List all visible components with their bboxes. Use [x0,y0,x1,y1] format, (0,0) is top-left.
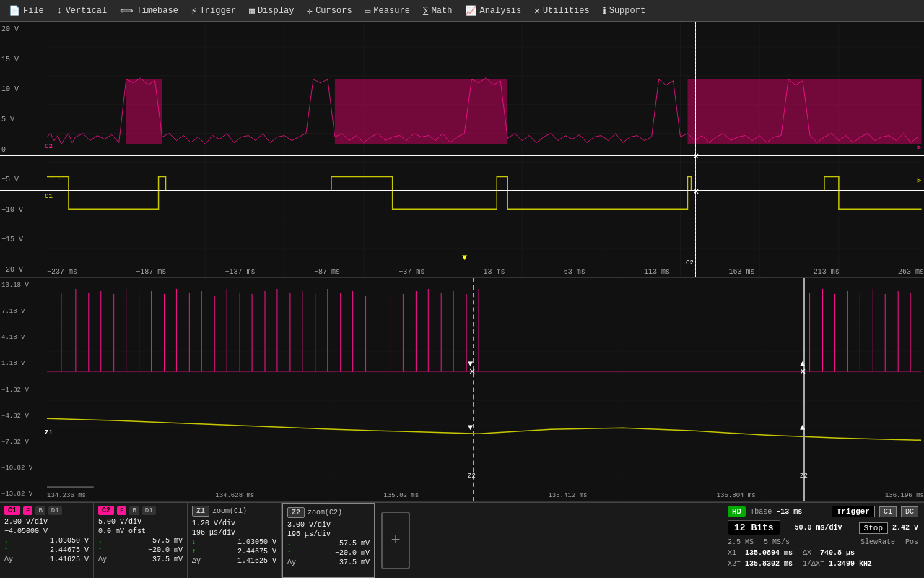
z1-down-val: 1.03050 V [233,538,276,546]
menu-utilities[interactable]: ✕ Utilities [528,4,596,18]
z2-up-val: −20.0 mV [326,549,370,557]
c2-down-val: −57.5 mV [139,537,183,545]
z1-delta-val: 1.41625 V [233,557,276,565]
c1-vdiv-row: 2.00 V/div [4,518,89,526]
c2-offset-val: 0.0 mV ofst [98,527,146,535]
by-label-neg10v82: −10.82 V [1,465,32,472]
c2-left-marker: C2 [45,143,53,150]
z1-marker: Z1 [45,429,53,436]
c1-badge[interactable]: C1 [4,506,20,515]
c2-down-row: ↓ −57.5 mV [98,537,183,545]
y-label-neg15v: −15 V [1,236,23,243]
by-label-7v18: 7.18 V [1,308,32,315]
menu-cursors[interactable]: ✛ Cursors [301,4,357,18]
c2-delta-val: 37.5 mV [139,556,183,564]
menu-utilities-label: Utilities [543,6,590,16]
z1-up-val: 2.44675 V [233,548,276,556]
menu-measure-label: Measure [373,6,409,16]
by-label-4v18: 4.18 V [1,334,32,341]
bottom-zoom-panel: 10.18 V 7.18 V 4.18 V 1.18 V −1.82 V −4.… [0,278,924,502]
measurements-bar: C1 F B D1 2.00 V/div −4.05000 V ↓ 1.0305… [0,502,924,578]
cursor-arrow-up-right: ▲ [800,359,805,369]
z1-badge[interactable]: Z1 [192,506,209,517]
cursor-arrow-down-left2: ▼ [468,423,473,433]
cursor-arrow-up-right2: ▲ [800,423,805,433]
z1-vdiv-val: 1.20 V/div [192,519,235,527]
c2-up-row: ↑ −20.0 mV [98,546,183,554]
z2-delta-val: 37.5 mV [326,558,370,566]
c2-delta-label: Δy [98,556,107,564]
c1-delta-val: 1.41625 V [45,556,89,564]
z2-up-arrow: ↑ [287,549,292,557]
tbase-val: −13 ms [776,508,802,516]
add-measurement-button[interactable]: + [381,512,410,569]
top-waveform-panel: 20 V 15 V 10 V 5 V 0 −5 V −10 V −15 V −2… [0,22,924,278]
c2-badge[interactable]: C2 [98,506,114,515]
top-y-axis: 20 V 15 V 10 V 5 V 0 −5 V −10 V −15 V −2… [1,22,23,277]
z2-delta-label: Δy [287,558,296,566]
z1-down-arrow: ↓ [192,538,196,546]
x1-label: X1= [728,549,741,557]
meas-c1-header: C1 F B D1 [4,506,89,515]
cursors-icon: ✛ [307,5,313,17]
meas-c2-section: C2 F B D1 5.00 V/div 0.0 mV ofst ↓ −57.5… [94,503,188,578]
c1-delta-label: Δy [4,556,13,564]
y-label-20v: 20 V [1,25,23,33]
menu-measure[interactable]: ▭ Measure [359,4,416,18]
y-label-neg10v: −10 V [1,206,23,214]
menu-support[interactable]: ℹ Support [597,4,651,18]
info-row-3: 2.5 MS 5 MS/s SlewRate Pos [728,538,918,546]
z2-down-val: −57.5 mV [326,540,370,548]
c1-up-val: 2.44675 V [45,546,89,554]
right-info-panel: HD Tbase −13 ms Trigger C1 DC 12 Bits 50… [722,503,924,578]
menu-display[interactable]: ▦ Display [243,4,300,18]
z1-up-row: ↑ 2.44675 V [192,548,276,556]
z2-sublabel: zoom(C2) [308,509,342,517]
menu-timebase-label: Timebase [136,6,178,16]
dx-label: ΔX= [803,549,816,557]
menu-analysis-label: Analysis [479,6,521,16]
meas-z2-section: Z2 zoom(C2) 3.00 V/div 196 μs/div ↓ −57.… [282,503,375,578]
c1-b-badge: B [35,506,45,515]
top-waveform-svg [47,22,922,277]
c2-up-arrow: ↑ [98,546,103,554]
by-label-1v18: 1.18 V [1,360,32,367]
bottom-y-axis: 10.18 V 7.18 V 4.18 V 1.18 V −1.82 V −4.… [1,278,32,501]
bottom-waveform-svg [47,278,921,501]
inv-dx-label: 1/ΔX= [803,560,824,568]
timebase-icon: ⟺ [120,5,134,17]
ms-label: 2.5 MS [728,538,754,546]
by-label-neg7v82: −7.82 V [1,439,32,446]
menu-file[interactable]: 📄 File [3,4,50,18]
y-label-10v: 10 V [1,85,23,93]
c1-right-marker: ⊳ [917,176,921,185]
c1-down-val: 1.03050 V [45,537,89,545]
z2-bottom-left: Z2 [468,473,476,480]
c1-d1-badge: D1 [48,506,62,515]
menu-analysis[interactable]: 📈 Analysis [459,4,527,18]
measure-icon: ▭ [365,5,371,17]
y-label-0: 0 [1,146,23,154]
x2-label: X2= [728,560,741,568]
menu-math[interactable]: ∑ Math [417,4,458,17]
c2-vdiv-row: 5.00 V/div [98,518,183,526]
z1-sublabel: zoom(C1) [212,507,247,515]
inv-dx-val: 1.3499 kHz [829,560,872,568]
stop-badge: Stop [859,522,888,534]
menu-vertical[interactable]: ↕ Vertical [51,4,113,17]
z2-badge[interactable]: Z2 [287,507,305,518]
z1-delta-row: Δy 1.41625 V [192,557,276,565]
file-icon: 📄 [9,5,20,17]
z2-down-row: ↓ −57.5 mV [287,540,370,548]
menu-trigger[interactable]: ⚡ Trigger [186,4,242,18]
trigger-icon: ⚡ [191,5,197,17]
info-row-5: X2= 135.8302 ms 1/ΔX= 1.3499 kHz [728,560,918,568]
y-label-neg5v: −5 V [1,176,23,184]
c1-down-arrow: ↓ [4,537,9,545]
z1-tdiv-val: 196 μs/div [192,529,235,537]
menu-file-label: File [23,6,44,16]
menu-display-label: Display [258,6,294,16]
meas-c1-section: C1 F B D1 2.00 V/div −4.05000 V ↓ 1.0305… [0,503,94,578]
menu-timebase[interactable]: ⟺ Timebase [114,4,184,18]
display-icon: ▦ [249,5,255,17]
